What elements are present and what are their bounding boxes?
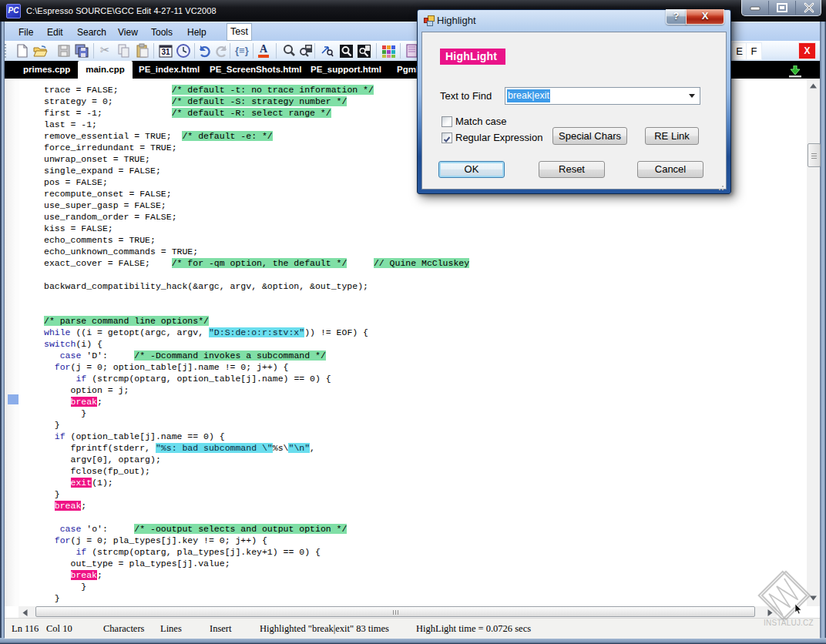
svg-text:31: 31 [161,48,170,56]
svg-text:INSTALUJ.CZ: INSTALUJ.CZ [764,619,814,627]
